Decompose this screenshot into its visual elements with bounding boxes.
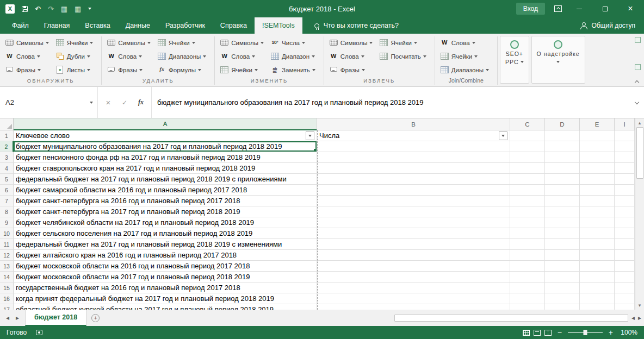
cell-D12[interactable] [545, 250, 580, 261]
cell-A17[interactable]: областной бюджет курской области на 2017… [14, 304, 317, 310]
cell-A2[interactable]: бюджет муниципального образования на 201… [14, 141, 317, 152]
cell-D2[interactable] [545, 141, 580, 152]
cell-I2[interactable] [615, 141, 635, 152]
cell-D16[interactable] [545, 293, 580, 304]
name-box-dropdown-icon[interactable] [90, 102, 93, 104]
row-header-6[interactable]: 6 [0, 185, 14, 196]
cell-C1[interactable] [510, 130, 545, 141]
row-header-11[interactable]: 11 [0, 239, 14, 250]
cell-A9[interactable]: бюджет челябинской области на 2017 год и… [14, 217, 317, 228]
ribbon-button-delete-cells[interactable]: Ячейки [156, 36, 209, 49]
cell-D9[interactable] [545, 217, 580, 228]
cell-E8[interactable] [580, 206, 615, 217]
cell-B1[interactable]: Числа [317, 130, 510, 141]
cell-E9[interactable] [580, 217, 615, 228]
cell-C3[interactable] [510, 152, 545, 163]
cell-I13[interactable] [615, 261, 635, 272]
cell-A4[interactable]: бюджет ставропольского края на 2017 год … [14, 163, 317, 174]
cell-I6[interactable] [615, 185, 635, 196]
sheet-prev-icon[interactable] [6, 314, 9, 322]
ribbon-button-delete-ranges[interactable]: Диапазоны [156, 49, 209, 63]
ribbon-tab-help[interactable]: Справка [213, 17, 255, 34]
ribbon-button-join-combine-ranges[interactable]: Диапазоны [438, 63, 492, 77]
cell-B2[interactable] [317, 141, 510, 152]
cell-D5[interactable] [545, 174, 580, 185]
horizontal-scroll-thumb[interactable] [394, 315, 628, 322]
row-header-16[interactable]: 16 [0, 293, 14, 304]
cell-A13[interactable]: бюджет московской области на 2016 год и … [14, 261, 317, 272]
cell-A16[interactable]: когда принят федеральный бюджет на 2017 … [14, 293, 317, 304]
row-header-13[interactable]: 13 [0, 261, 14, 272]
cell-E2[interactable] [580, 141, 615, 152]
share-button[interactable]: Общий доступ [580, 17, 644, 34]
ribbon-button-extract-symbols[interactable]: Символы [327, 36, 376, 49]
ribbon-tab-semtools[interactable]: !SEMTools [255, 17, 302, 34]
cell-D11[interactable] [545, 239, 580, 250]
save-icon[interactable] [22, 6, 28, 12]
cell-E3[interactable] [580, 152, 615, 163]
cell-A5[interactable]: федеральный бюджет на 2017 год и плановы… [14, 174, 317, 185]
scroll-right-icon[interactable] [638, 314, 641, 322]
cell-B16[interactable] [317, 293, 510, 304]
cell-E12[interactable] [580, 250, 615, 261]
ribbon-button-change-replace[interactable]: Заменить [269, 63, 318, 77]
ribbon-button-change-numbers[interactable]: Числа [269, 36, 318, 49]
cell-D14[interactable] [545, 272, 580, 282]
page-layout-view-icon[interactable] [534, 330, 541, 336]
row-header-10[interactable]: 10 [0, 228, 14, 239]
name-box[interactable]: A2 [0, 87, 98, 118]
ribbon-button-detect-sheets[interactable]: Листы [54, 63, 96, 77]
row-header-8[interactable]: 8 [0, 206, 14, 217]
cell-B5[interactable] [317, 174, 510, 185]
cell-E1[interactable] [580, 130, 615, 141]
ribbon-button-change-symbols[interactable]: Символы [218, 36, 267, 49]
cell-B13[interactable] [317, 261, 510, 272]
cell-I7[interactable] [615, 196, 635, 206]
cell-C4[interactable] [510, 163, 545, 174]
new-sheet-button[interactable] [91, 314, 100, 322]
vertical-scrollbar[interactable] [635, 118, 644, 310]
sheet-tab-budget-2018[interactable]: бюджет 2018 [25, 310, 86, 326]
customize-caret-icon[interactable] [88, 8, 91, 10]
ribbon-tab-developer[interactable]: Разработчик [158, 17, 213, 34]
cell-C15[interactable] [510, 282, 545, 293]
cell-I14[interactable] [615, 272, 635, 282]
filter-button-numbers[interactable] [499, 131, 507, 140]
ribbon-button-delete-formulas[interactable]: Формулы [156, 63, 209, 77]
ribbon-button-delete-phrases[interactable]: Фразы [105, 63, 153, 77]
cell-I5[interactable] [615, 174, 635, 185]
cell-I10[interactable] [615, 228, 635, 239]
row-header-4[interactable]: 4 [0, 163, 14, 174]
cell-E15[interactable] [580, 282, 615, 293]
cell-D13[interactable] [545, 261, 580, 272]
normal-view-icon[interactable] [523, 330, 530, 336]
cell-B6[interactable] [317, 185, 510, 196]
cell-B4[interactable] [317, 163, 510, 174]
cell-C2[interactable] [510, 141, 545, 152]
sheet-next-icon[interactable] [16, 314, 19, 322]
cell-D6[interactable] [545, 185, 580, 196]
sign-in-button[interactable]: Вход [516, 3, 545, 15]
ribbon-button-join-combine-cells[interactable]: Ячейки [438, 49, 492, 63]
cell-B11[interactable] [317, 239, 510, 250]
ribbon-button-detect-symbols[interactable]: Символы [3, 36, 52, 49]
row-header-3[interactable]: 3 [0, 152, 14, 163]
close-button[interactable] [622, 0, 639, 17]
ribbon-button-detect-phrases[interactable]: Фразы [3, 63, 52, 77]
cell-C13[interactable] [510, 261, 545, 272]
cell-C7[interactable] [510, 196, 545, 206]
ribbon-tab-file[interactable]: Файл [4, 17, 36, 34]
cell-I8[interactable] [615, 206, 635, 217]
ribbon-button-change-cells[interactable]: Ячейки [218, 63, 267, 77]
minimize-button[interactable] [571, 0, 587, 17]
ribbon-button-detect-words[interactable]: Слова [3, 49, 52, 63]
zoom-slider-thumb[interactable] [583, 330, 587, 335]
zoom-in-icon[interactable] [609, 328, 613, 337]
cell-E6[interactable] [580, 185, 615, 196]
collapse-ribbon-icon[interactable] [635, 79, 639, 84]
cell-I9[interactable] [615, 217, 635, 228]
cell-E7[interactable] [580, 196, 615, 206]
tell-me-search[interactable]: Что вы хотите сделать? [314, 17, 399, 34]
ribbon-button-seo-ppc[interactable]: SEO+PPC [500, 36, 529, 84]
redo-icon[interactable] [48, 5, 54, 12]
